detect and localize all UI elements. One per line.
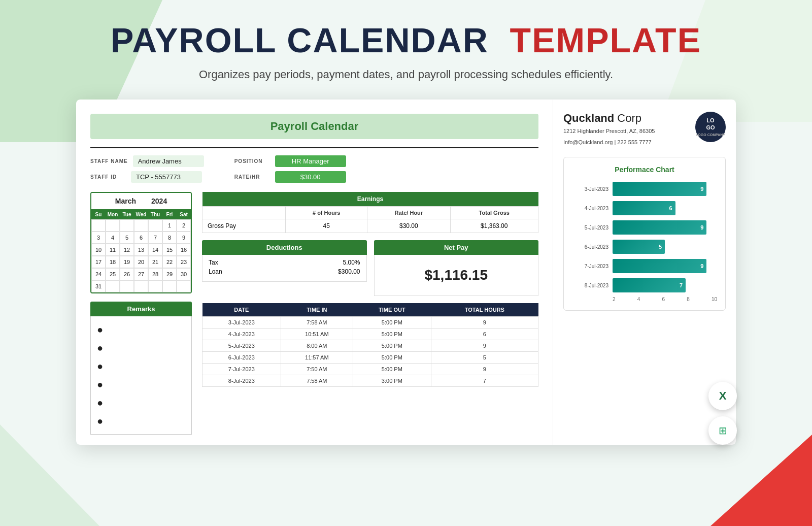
cal-cell-25: 21 <box>148 256 162 268</box>
cal-cell-32: 28 <box>148 268 162 280</box>
position-label: Position <box>234 158 270 164</box>
cal-cell-8: 4 <box>106 232 120 244</box>
cal-cell-34: 30 <box>177 268 191 280</box>
table-row: 6-Jul-202311:57 AM5:00 PM5 <box>202 352 538 364</box>
attendance-cell-3: 7 <box>431 375 538 387</box>
table-row: 4-Jul-202310:51 AM5:00 PM6 <box>202 328 538 340</box>
bar-label: 5-Jul-2023 <box>572 225 608 231</box>
attendance-cell-3: 9 <box>431 340 538 352</box>
bar-wrap: 5 <box>613 240 717 254</box>
bar-fill: 9 <box>613 259 706 273</box>
cal-cell-31: 27 <box>134 268 148 280</box>
cal-cell-10: 6 <box>134 232 148 244</box>
logo-line1: LO <box>706 117 714 124</box>
cal-cell-13: 9 <box>177 232 191 244</box>
bar-label: 7-Jul-2023 <box>572 264 608 269</box>
deduction-label: Tax <box>209 259 218 266</box>
app-badges: X ⊞ <box>708 382 737 445</box>
bar-label: 8-Jul-2023 <box>572 283 608 288</box>
staff-info: STAFF NAME Andrew James STAFF ID TCP - 5… <box>90 155 538 183</box>
cal-year: 2024 <box>151 197 167 205</box>
attendance-table: DATETIME INTIME OUTTOTAL HOURS 3-Jul-202… <box>202 303 538 387</box>
cal-cell-17: 13 <box>134 244 148 256</box>
cal-cell-11: 7 <box>148 232 162 244</box>
cal-cell-24: 20 <box>134 256 148 268</box>
cal-cell-0 <box>91 219 106 232</box>
company-name-rest: Corp <box>614 112 641 124</box>
earnings-body: Gross Pay45$30.00$1,363.00 <box>202 219 538 233</box>
cal-cell-30: 26 <box>120 268 134 280</box>
bar-row: 5-Jul-20239 <box>572 220 717 235</box>
cal-cell-2 <box>120 219 134 232</box>
company-contact: Info@Quickland.org | 222 555 7777 <box>563 138 655 147</box>
data-col: Earnings # of Hours Rate/ Hour Total Gro… <box>202 192 538 435</box>
bar-row: 7-Jul-20239 <box>572 259 717 273</box>
attendance-cell-3: 9 <box>431 317 538 328</box>
netpay-header: Net Pay <box>374 240 539 255</box>
chart-area: Performace Chart 3-Jul-202394-Jul-202365… <box>563 157 726 311</box>
cal-cell-35: 31 <box>91 280 106 292</box>
earnings-table: Earnings # of Hours Rate/ Hour Total Gro… <box>202 192 538 233</box>
remark-dot: ● <box>97 393 185 412</box>
company-address: 1212 Highlander Prescott, AZ, 86305 <box>563 127 655 136</box>
attendance-cell-0: 5-Jul-2023 <box>202 340 281 352</box>
rate-value: $30.00 <box>275 171 346 183</box>
attendance-header-date: DATE <box>202 303 281 317</box>
table-row: 5-Jul-20238:00 AM5:00 PM9 <box>202 340 538 352</box>
cal-cell-33: 29 <box>162 268 177 280</box>
calendar-day-names: SuMonTueWedThuFriSat <box>91 210 191 219</box>
cal-cell-20: 16 <box>177 244 191 256</box>
cal-cell-6: 2 <box>177 219 191 232</box>
excel-badge: X <box>708 382 737 410</box>
section-title: Payroll Calendar <box>90 114 538 139</box>
calendar-grid: 1234567891011121314151617181920212223242… <box>91 219 191 292</box>
company-name: Quckland Corp <box>563 112 655 125</box>
sheets-badge: ⊞ <box>708 416 737 445</box>
cal-day-Fri: Fri <box>162 210 177 219</box>
company-header: Quckland Corp 1212 Highlander Prescott, … <box>563 112 726 147</box>
cal-cell-4 <box>148 219 162 232</box>
remark-dot: ● <box>97 375 185 393</box>
title-navy: PAYROLL CALENDAR <box>111 21 489 59</box>
bar-wrap: 9 <box>613 220 717 235</box>
table-row: Gross Pay45$30.00$1,363.00 <box>202 219 538 233</box>
divider <box>90 147 538 148</box>
bar-fill: 5 <box>613 240 665 254</box>
attendance-cell-0: 6-Jul-2023 <box>202 352 281 364</box>
remarks-header: Remarks <box>90 302 192 316</box>
bar-fill: 9 <box>613 220 706 235</box>
cal-cell-40 <box>162 280 177 292</box>
attendance-cell-0: 8-Jul-2023 <box>202 375 281 387</box>
remarks-body: ●●●●●● <box>90 316 192 435</box>
earnings-cell-1: 45 <box>286 219 367 233</box>
bar-row: 4-Jul-20236 <box>572 201 717 215</box>
bar-fill: 9 <box>613 182 706 196</box>
cal-cell-15: 11 <box>106 244 120 256</box>
cal-cell-14: 10 <box>91 244 106 256</box>
cal-cell-23: 19 <box>120 256 134 268</box>
bar-label: 3-Jul-2023 <box>572 186 608 192</box>
attendance-cell-1: 7:58 AM <box>281 317 353 328</box>
position-value: HR Manager <box>275 155 346 167</box>
bg-decoration-bottom-right <box>710 435 812 526</box>
remark-dot: ● <box>97 320 185 339</box>
deductions-header: Deductions <box>202 240 367 255</box>
earnings-rate-col: Rate/ Hour <box>367 207 450 219</box>
rate-row: Rate/Hr $30.00 <box>234 171 346 183</box>
earnings-label-col <box>202 207 286 219</box>
table-row: 3-Jul-20237:58 AM5:00 PM9 <box>202 317 538 328</box>
attendance-header-row: DATETIME INTIME OUTTOTAL HOURS <box>202 303 538 317</box>
cal-cell-29: 25 <box>106 268 120 280</box>
bottom-section: March 2024 SuMonTueWedThuFriSat 12345678… <box>90 192 538 435</box>
cal-cell-26: 22 <box>162 256 177 268</box>
staff-right-col: Position HR Manager Rate/Hr $30.00 <box>234 155 346 183</box>
earnings-cell-2: $30.00 <box>367 219 450 233</box>
x-label: 2 <box>613 297 616 302</box>
deductions-box: Deductions Tax5.00%Loan$300.00 <box>202 240 367 296</box>
cal-cell-7: 3 <box>91 232 106 244</box>
cal-cell-16: 12 <box>120 244 134 256</box>
chart-x-axis: 246810 <box>572 297 717 302</box>
cal-cell-37 <box>120 280 134 292</box>
staff-id-value: TCP - 5557773 <box>131 171 202 183</box>
deduction-label: Loan <box>209 268 222 275</box>
